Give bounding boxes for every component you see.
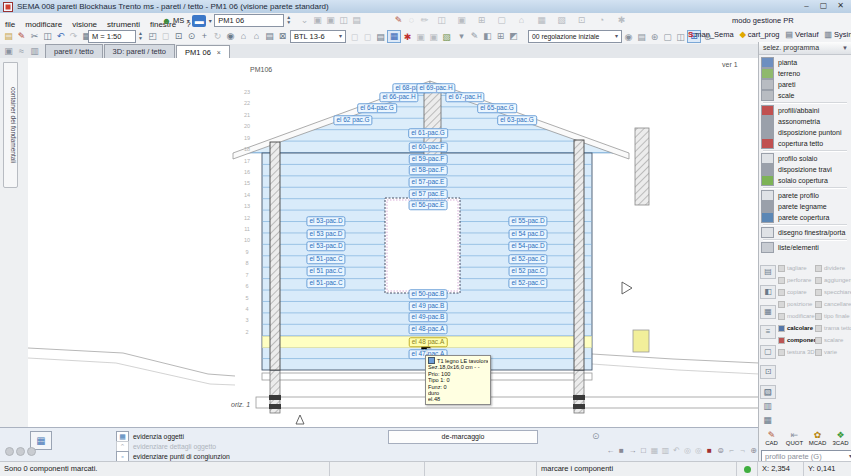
house-enter-icon[interactable]: ⌂ (237, 30, 250, 42)
ghost2-icon[interactable]: ◻ (361, 31, 374, 43)
quicklink-sysinfo[interactable]: ▥Sysinfo (824, 30, 851, 39)
quicklink-man_sema[interactable]: Sman_Sema (688, 30, 734, 39)
lock2-icon[interactable]: ▣ (324, 14, 337, 26)
frame1-icon[interactable]: ▣ (414, 31, 427, 43)
sidebar-header[interactable]: selez. programma▼ (759, 42, 851, 55)
wall-tool-1-icon[interactable]: ▤ (760, 265, 776, 279)
grid-active-icon[interactable]: ▦ (387, 30, 401, 43)
sidebar-item-copertura-tetto[interactable]: copertura tetto (761, 138, 850, 149)
cad-button-quot[interactable]: ⇤QUOT (784, 430, 805, 446)
tab-3d-pareti-tetto[interactable]: 3D: pareti / tetto (104, 44, 175, 58)
command-calcolare[interactable]: calcolare (778, 325, 815, 332)
command-specchiare[interactable]: specchiare (815, 289, 851, 296)
scale-field[interactable]: M = 1:50 (88, 30, 136, 43)
sidebar-item-profili-abbaini[interactable]: profili/abbaini (761, 105, 850, 116)
columns-tool-icon[interactable]: ▥ (761, 400, 774, 412)
user-caret-icon[interactable]: ▾ (184, 15, 192, 27)
right-post[interactable] (574, 140, 584, 370)
mark-left-icon[interactable]: ← (605, 445, 616, 456)
pin-red-icon[interactable]: ✱ (401, 31, 414, 43)
frame2-icon[interactable]: ▣ (427, 31, 440, 43)
chimney[interactable] (424, 84, 441, 160)
layout-columns-icon[interactable]: ▥ (28, 45, 41, 57)
mark-sq2-icon[interactable]: □ (638, 445, 649, 456)
folder-up-icon[interactable]: ▤ (350, 14, 363, 26)
caret-icon[interactable]: ▾ (455, 30, 468, 42)
demark-button[interactable]: de-marcaggio (388, 430, 538, 444)
cad-button-mcad[interactable]: ✿MCAD (807, 430, 828, 446)
foundation-beam[interactable] (256, 397, 759, 408)
undo-icon[interactable]: ↶ (54, 30, 67, 42)
win-tool-2-icon[interactable]: ▣ (455, 14, 468, 26)
frame-tool-icon[interactable]: ▢ (761, 386, 774, 398)
sidebar-item-parete-copertura[interactable]: parete copertura (761, 212, 850, 223)
command-varie[interactable]: varie (815, 349, 851, 356)
wall-tool-4-icon[interactable]: ≡ (760, 325, 776, 339)
gear-icon[interactable]: ⊛ (648, 31, 661, 43)
copy-icon[interactable]: ◫ (41, 30, 54, 42)
pen-drop-icon[interactable]: ✎ (468, 30, 481, 42)
quicklink-verlauf[interactable]: ▤Verlauf (786, 30, 819, 39)
mark-undo-icon[interactable]: ↶ (671, 445, 682, 456)
house-icon[interactable]: ⌂ (250, 30, 263, 42)
view-caret-icon[interactable]: ▾ (206, 15, 214, 27)
detached-post-element[interactable] (635, 128, 649, 205)
win-tool-3-icon[interactable]: ⊞ (475, 14, 488, 26)
user-icon[interactable]: ☻ (160, 15, 173, 27)
highlight-brush-icon[interactable]: ✎ (392, 14, 405, 26)
command-trama-tetto[interactable]: trama tetto (815, 325, 851, 332)
drawing-canvas[interactable]: PM106 ver 1 oriz. 1 23222120191817161514… (28, 58, 760, 427)
caret-up-icon[interactable]: ⌄ (298, 14, 311, 26)
sidebar-item-assonometria[interactable]: assonometria (761, 116, 850, 127)
cad-button-cad[interactable]: ✎CAD (761, 430, 782, 446)
pan-icon[interactable]: + (198, 30, 211, 42)
select-mode-icon[interactable]: ▣ (2, 45, 15, 57)
win-tool-8-icon[interactable]: ⊡ (575, 14, 588, 26)
window-icon[interactable]: ▢ (661, 31, 674, 43)
target-icon[interactable]: ◉ (622, 31, 635, 43)
person-pin-icon[interactable]: ◉ (224, 30, 237, 42)
command-copiare[interactable]: copiare (778, 289, 815, 296)
tab-close-icon[interactable]: × (217, 49, 221, 56)
mark-grid-icon[interactable]: ▥ (660, 445, 671, 456)
win-tool-9-icon[interactable]: ◔ (595, 14, 608, 26)
command-posizione[interactable]: posizione (778, 301, 815, 308)
search-person-icon[interactable]: ⊙ (592, 431, 600, 441)
lock-icon[interactable]: ▣ (311, 14, 324, 26)
tab-pm1-06[interactable]: PM1 06× (176, 45, 230, 59)
magnifier-icon[interactable]: ⊙ (185, 30, 198, 42)
user-badge[interactable]: MS (173, 16, 184, 25)
command-scalare[interactable]: scalare (815, 337, 851, 344)
win-tool-5-icon[interactable]: ⌂ (515, 14, 528, 26)
sidebar-item-pianta[interactable]: pianta (761, 57, 850, 68)
command-aggiungere[interactable]: aggiungere (815, 277, 851, 284)
wall-tool-6-icon[interactable]: ⊡ (760, 365, 776, 379)
left-post[interactable] (270, 142, 280, 370)
mark-right-icon[interactable]: → (627, 445, 638, 456)
sidebar-item-parete-legname[interactable]: parete legname (761, 201, 850, 212)
stack-icon[interactable]: ▤ (374, 31, 387, 43)
cut-icon[interactable]: ✂ (28, 30, 41, 42)
win-tool-6-icon[interactable]: ▦ (535, 14, 548, 26)
command-component[interactable]: component (778, 337, 815, 344)
zoom-prev-icon[interactable]: ◻ (159, 30, 172, 42)
zoom-extents-icon[interactable]: ◰ (146, 30, 159, 42)
wall-tool-2-icon[interactable]: ◧ (760, 285, 776, 299)
sheet-edit-icon[interactable]: ▤ (263, 30, 276, 42)
detached-yellow-element[interactable] (633, 330, 649, 352)
drawing-spinner[interactable]: ▲▼ (284, 15, 293, 26)
win-tool-1-icon[interactable]: ◫ (435, 14, 448, 26)
mark-grid-add-icon[interactable]: ▦ (649, 445, 660, 456)
share-icon[interactable]: ◫ (337, 14, 350, 26)
edit-red-icon[interactable]: ✎ (15, 30, 28, 42)
command-cancellare[interactable]: cancellare (815, 301, 851, 308)
wall-tool-5-icon[interactable]: ▢ (760, 345, 776, 359)
btl-combo[interactable]: BTL 13-6▾ (290, 30, 346, 43)
mono-icon[interactable]: ◩ (507, 30, 520, 42)
mark-dot-icon[interactable]: ⊜ (715, 445, 726, 456)
win-tool-4-icon[interactable]: ▢ (495, 14, 508, 26)
cad-button-3cad[interactable]: ❖3CAD (830, 430, 851, 446)
wave-icon[interactable]: ≈ (15, 45, 28, 57)
ghost1-icon[interactable]: ◻ (348, 31, 361, 43)
refresh-icon[interactable]: ↻ (211, 30, 224, 42)
